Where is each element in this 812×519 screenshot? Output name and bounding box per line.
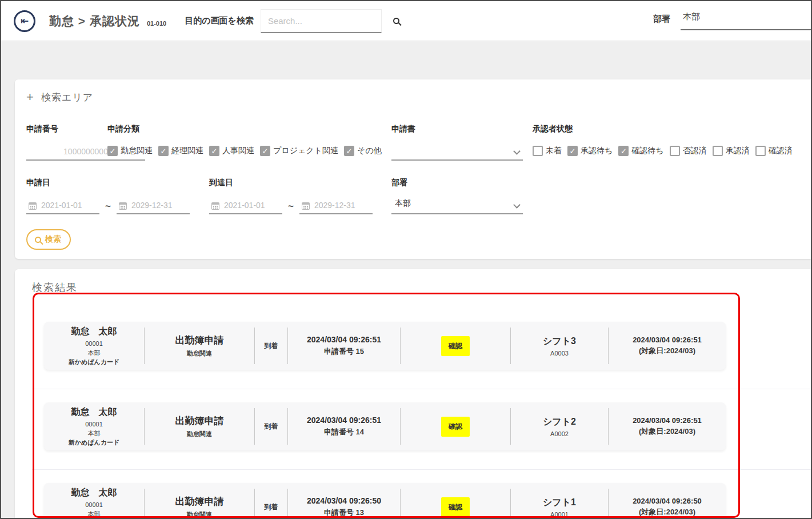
confirm-button[interactable]: 確認: [441, 336, 470, 356]
result-row-wrapper: 勤怠 太郎 00001 本部 新かめぱんカード 出勤簿申請 勤怠関連 到着 20…: [32, 483, 811, 519]
checkbox-icon[interactable]: [755, 146, 766, 156]
search-button-label: 検索: [45, 234, 61, 245]
shift-cell: シフト1 A0001: [511, 489, 609, 519]
arrival-date-to[interactable]: 2029-12-31: [299, 197, 373, 214]
arrival-date-label: 到達日: [209, 178, 391, 188]
form-category: 勤怠関連: [187, 349, 212, 358]
checkbox-icon[interactable]: [533, 146, 543, 156]
target-cell: 2024/03/04 09:26:50 (対象日:2024/03): [609, 489, 726, 519]
applicant-name: 勤怠 太郎: [71, 487, 117, 499]
checkbox-icon[interactable]: [670, 146, 680, 156]
status-cell: 到着: [255, 489, 288, 519]
checkbox-label: 確認待ち: [631, 146, 663, 156]
confirm-button[interactable]: 確認: [441, 417, 470, 437]
action-cell: 確認: [401, 328, 511, 364]
application-date-to[interactable]: 2029-12-31: [117, 197, 190, 214]
category-checkbox-item[interactable]: 人事関連: [209, 146, 254, 156]
department-field-label: 部署: [391, 178, 533, 188]
department-select[interactable]: 本部: [391, 197, 523, 214]
category-checkbox-item[interactable]: プロジェクト関連: [260, 146, 338, 156]
date-to-placeholder: 2029-12-31: [131, 201, 173, 210]
status-checkbox-item[interactable]: 確認待ち: [618, 146, 663, 156]
calendar-icon: [302, 202, 310, 210]
shift-code: A0002: [550, 430, 569, 437]
screen-search-input[interactable]: [261, 9, 382, 33]
applicant-department: 本部: [88, 429, 101, 438]
checkbox-icon[interactable]: [567, 146, 578, 156]
result-row[interactable]: 勤怠 太郎 00001 本部 新かめぱんカード 出勤簿申請 勤怠関連 到着 20…: [44, 402, 726, 450]
date-range-separator: ~: [288, 201, 294, 212]
search-icon[interactable]: [393, 18, 399, 24]
applied-datetime: 2024/03/04 09:26:51: [307, 416, 381, 425]
shift-name: シフト3: [543, 336, 576, 348]
application-date-label: 申請日: [26, 178, 209, 188]
result-row[interactable]: 勤怠 太郎 00001 本部 新かめぱんカード 出勤簿申請 勤怠関連 到着 20…: [44, 322, 726, 370]
status-checkbox-item[interactable]: 否認済: [670, 146, 707, 156]
applicant-name: 勤怠 太郎: [71, 406, 117, 418]
target-date: (対象日:2024/03): [639, 507, 695, 517]
checkbox-icon[interactable]: [344, 146, 354, 156]
page-title: 勤怠 > 承認状況: [49, 13, 140, 29]
expand-icon[interactable]: +: [26, 90, 41, 105]
checkbox-label: 経理関連: [171, 146, 203, 156]
arrival-date-from[interactable]: 2021-01-01: [209, 197, 282, 214]
form-category: 勤怠関連: [187, 430, 212, 438]
shift-cell: シフト2 A0002: [511, 408, 609, 445]
applicant-department: 本部: [88, 509, 101, 519]
result-row-wrapper: 勤怠 太郎 00001 本部 新かめぱんカード 出勤簿申請 勤怠関連 到着 20…: [32, 402, 811, 470]
status-text: 到着: [265, 422, 278, 432]
checkbox-icon[interactable]: [260, 146, 270, 156]
form-cell: 出勤簿申請 勤怠関連: [145, 489, 255, 519]
application-form-label: 申請書: [391, 124, 533, 134]
checkbox-icon[interactable]: [209, 146, 219, 156]
calendar-icon: [29, 202, 37, 210]
applied-cell: 2024/03/04 09:26:51 申請番号 15: [288, 328, 401, 364]
shift-name: シフト2: [543, 416, 576, 428]
checkbox-label: 確認済: [769, 146, 793, 156]
application-form-select[interactable]: [391, 143, 523, 161]
checkbox-icon[interactable]: [713, 146, 723, 156]
confirm-button[interactable]: 確認: [441, 497, 470, 517]
category-checkbox-item[interactable]: 勤怠関連: [107, 146, 153, 156]
checkbox-label: 勤怠関連: [121, 146, 153, 156]
status-checkbox-item[interactable]: 確認済: [755, 146, 793, 156]
results-title: 検索結果: [32, 281, 811, 294]
result-row[interactable]: 勤怠 太郎 00001 本部 新かめぱんカード 出勤簿申請 勤怠関連 到着 20…: [44, 483, 726, 519]
department-select-value: 本部: [395, 198, 411, 209]
chevron-down-icon: [513, 147, 521, 155]
screen-code: 01-010: [147, 20, 166, 27]
applicant-id: 00001: [85, 500, 103, 510]
checkbox-icon[interactable]: [618, 146, 629, 156]
applied-datetime: 2024/03/04 09:26:50: [307, 496, 381, 505]
results-list: 勤怠 太郎 00001 本部 新かめぱんカード 出勤簿申請 勤怠関連 到着 20…: [32, 322, 811, 519]
search-results-card: 検索結果 勤怠 太郎 00001 本部 新かめぱんカード 出勤簿申請 勤怠関連: [15, 269, 811, 519]
arrived-datetime: 2024/03/04 09:26:51: [633, 336, 702, 344]
application-number-field: 申請番号: [26, 124, 107, 161]
category-checkbox-item[interactable]: 経理関連: [158, 146, 203, 156]
result-row-wrapper: 勤怠 太郎 00001 本部 新かめぱんカード 出勤簿申請 勤怠関連 到着 20…: [32, 322, 811, 389]
checkbox-label: 未着: [546, 146, 562, 156]
status-checkbox-item[interactable]: 未着: [533, 146, 562, 156]
form-name: 出勤簿申請: [175, 495, 224, 508]
checkbox-label: 否認済: [683, 146, 707, 156]
application-date-from[interactable]: 2021-01-01: [26, 197, 99, 214]
checkbox-label: その他: [357, 146, 382, 156]
checkbox-label: 承認済: [726, 146, 750, 156]
date-to-placeholder: 2029-12-31: [314, 201, 355, 210]
category-checkbox-item[interactable]: その他: [344, 146, 382, 156]
checkbox-icon[interactable]: [107, 146, 118, 156]
checkbox-icon[interactable]: [158, 146, 169, 156]
search-button[interactable]: 検索: [26, 229, 71, 250]
checkbox-label: 承認待ち: [581, 146, 613, 156]
approver-status-label: 承認者状態: [533, 124, 811, 134]
applicant-cell: 勤怠 太郎 00001 本部 新かめぱんカード: [44, 408, 145, 445]
application-number: 申請番号 13: [324, 508, 364, 518]
checkbox-label: 人事関連: [222, 146, 254, 156]
status-checkbox-item[interactable]: 承認待ち: [567, 146, 613, 156]
target-date: (対象日:2024/03): [639, 346, 695, 356]
application-number-label: 申請番号: [26, 124, 107, 134]
collapse-sidebar-icon[interactable]: ⇤: [14, 10, 35, 32]
department-value[interactable]: 本部: [681, 11, 811, 30]
status-checkbox-item[interactable]: 承認済: [713, 146, 750, 156]
application-form-field: 申請書: [391, 124, 533, 161]
